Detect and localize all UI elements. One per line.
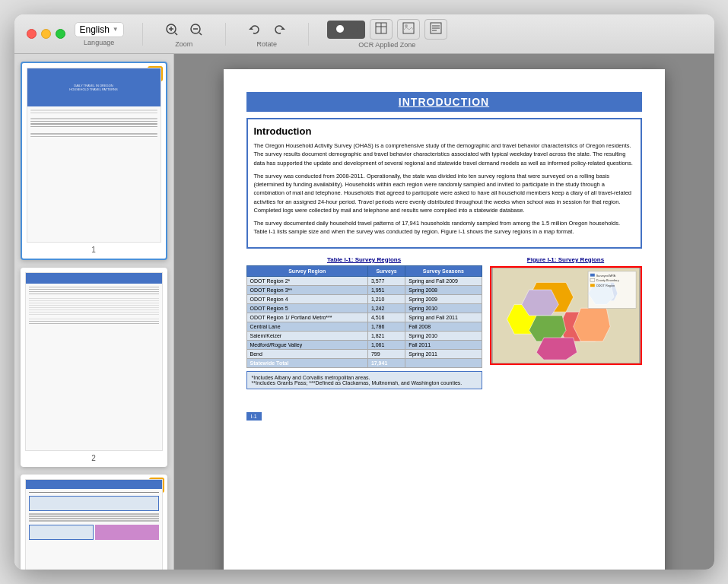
cell-seasons: Spring 2008 <box>405 285 482 294</box>
ocr-label: OCR Applied Zone <box>358 41 415 49</box>
cell-region: ODOT Region 1/ Portland Metro*** <box>246 313 367 322</box>
cell-surveys: 1,242 <box>367 303 405 313</box>
cell-region: ODOT Region 3** <box>246 285 367 294</box>
thumb-image-3 <box>25 479 163 570</box>
fullscreen-button[interactable] <box>56 29 65 39</box>
svg-rect-36 <box>590 284 594 287</box>
zoom-controls <box>161 21 207 39</box>
svg-text:Surveyed MPA: Surveyed MPA <box>596 273 615 277</box>
rotate-group: Rotate <box>244 21 290 48</box>
thumb-image-2 <box>25 272 163 451</box>
svg-text:County Boundary: County Boundary <box>596 278 618 282</box>
col-header-seasons: Survey Seasons <box>405 265 482 276</box>
intro-box: Introduction The Oregon Household Activi… <box>246 118 642 249</box>
col-header-surveys: Surveys <box>367 265 405 276</box>
close-button[interactable] <box>27 29 37 39</box>
chevron-down-icon: ▼ <box>113 26 119 33</box>
cell-region-total: Statewide Total <box>246 358 367 367</box>
page-thumb-2[interactable]: 2 <box>21 268 167 467</box>
language-value: English <box>80 24 110 35</box>
app-window: English ▼ Language <box>14 14 714 570</box>
table-row: ODOT Region 5 1,242 Spring 2010 <box>246 303 482 313</box>
cell-surveys: 799 <box>367 349 405 358</box>
svg-line-6 <box>199 33 202 35</box>
cell-surveys: 1,951 <box>367 285 405 294</box>
traffic-lights <box>27 29 65 39</box>
table-column: Table I-1: Survey Regions Survey Region … <box>246 256 482 389</box>
map-svg: Surveyed MPA County Boundary ODOT Region <box>491 268 641 363</box>
ocr-group: OCR Applied Zone <box>327 19 447 49</box>
svg-marker-26 <box>521 290 558 316</box>
cell-region: Bend <box>246 349 367 358</box>
cell-region: Medford/Rogue Valley <box>246 340 367 349</box>
page-thumb-3[interactable]: ✏ 3 <box>21 474 167 570</box>
sidebar: ✏ DAILY TRAVEL IN OREGONHOUSEHOLD TRAVEL… <box>14 54 174 570</box>
ocr-zone-btn-2[interactable] <box>397 19 420 40</box>
survey-table: Survey Region Surveys Survey Seasons ODO… <box>246 265 482 368</box>
map-title: Figure I-1: Survey Regions <box>490 256 642 263</box>
zone-text-icon <box>430 22 442 34</box>
page-number-1: 1 <box>27 246 161 254</box>
zoom-out-button[interactable] <box>186 21 207 39</box>
footnote-2: **Includes Grants Pass; ***Defined as Cl… <box>252 380 477 386</box>
rotate-right-button[interactable] <box>269 21 290 39</box>
cell-seasons: Fall 2008 <box>405 322 482 331</box>
footnotes: *Includes Albany and Corvallis metropoli… <box>246 371 482 389</box>
map-image: Surveyed MPA County Boundary ODOT Region <box>490 266 642 365</box>
page-thumb-1[interactable]: ✏ DAILY TRAVEL IN OREGONHOUSEHOLD TRAVEL… <box>21 62 167 260</box>
ocr-zone-btn-3[interactable] <box>424 19 447 40</box>
main-content: ✏ DAILY TRAVEL IN OREGONHOUSEHOLD TRAVEL… <box>14 54 714 570</box>
section-title: INTRODUCTION <box>246 92 642 112</box>
cell-seasons: Spring 2010 <box>405 331 482 340</box>
page-number-2: 2 <box>25 454 163 462</box>
rotate-right-icon <box>272 23 286 36</box>
cell-seasons: Spring 2010 <box>405 303 482 313</box>
language-selector[interactable]: English ▼ <box>75 22 124 37</box>
col-header-region: Survey Region <box>246 265 367 276</box>
separator-1 <box>142 23 143 46</box>
toolbar: English ▼ Language <box>75 19 702 49</box>
separator-3 <box>308 23 309 46</box>
zone-table-icon <box>375 22 387 34</box>
cell-seasons: Spring and Fall 2011 <box>405 313 482 322</box>
table-title: Table I-1: Survey Regions <box>246 256 482 263</box>
svg-text:ODOT Region: ODOT Region <box>596 284 614 287</box>
table-row-total: Statewide Total 17,941 <box>246 358 482 367</box>
thumb-image-1: DAILY TRAVEL IN OREGONHOUSEHOLD TRAVEL P… <box>27 68 161 243</box>
table-row: ODOT Region 2* 3,577 Spring and Fall 200… <box>246 276 482 285</box>
cell-surveys: 4,516 <box>367 313 405 322</box>
zoom-out-icon <box>189 23 203 36</box>
separator-2 <box>225 23 226 46</box>
rotate-controls <box>244 21 290 39</box>
zone-image-icon <box>402 22 415 34</box>
svg-line-3 <box>175 33 177 35</box>
minimize-button[interactable] <box>41 29 51 39</box>
table-row: Salem/Keizer 1,821 Spring 2010 <box>246 331 482 340</box>
rotate-left-button[interactable] <box>244 21 265 39</box>
cell-seasons: Spring 2011 <box>405 349 482 358</box>
document-page: INTRODUCTION Introduction The Oregon Hou… <box>224 69 665 570</box>
svg-marker-8 <box>281 27 285 30</box>
intro-heading: Introduction <box>254 125 634 137</box>
cell-seasons: Fall 2011 <box>405 340 482 349</box>
svg-marker-28 <box>536 338 577 360</box>
cell-region: ODOT Region 2* <box>246 276 367 285</box>
paragraph-1: The Oregon Household Activity Survey (OH… <box>254 141 634 167</box>
table-row: ODOT Region 3** 1,951 Spring 2008 <box>246 285 482 294</box>
language-group: English ▼ Language <box>75 22 124 46</box>
table-row: ODOT Region 1/ Portland Metro*** 4,516 S… <box>246 313 482 322</box>
svg-point-10 <box>336 25 344 33</box>
cell-surveys: 1,786 <box>367 322 405 331</box>
paragraph-3: The survey documented daily household tr… <box>254 219 634 236</box>
titlebar: English ▼ Language <box>14 14 714 54</box>
ocr-toggle-button[interactable] <box>327 21 365 39</box>
svg-marker-29 <box>573 308 609 341</box>
ocr-toggle-icon <box>335 24 358 34</box>
zoom-in-button[interactable] <box>161 21 183 39</box>
cell-region: Salem/Keizer <box>246 331 367 340</box>
cell-seasons: Spring 2009 <box>405 294 482 303</box>
cell-surveys: 1,210 <box>367 294 405 303</box>
ocr-zone-btn-1[interactable] <box>370 19 393 40</box>
table-row: Medford/Rogue Valley 1,061 Fall 2011 <box>246 340 482 349</box>
zoom-label: Zoom <box>175 40 192 48</box>
